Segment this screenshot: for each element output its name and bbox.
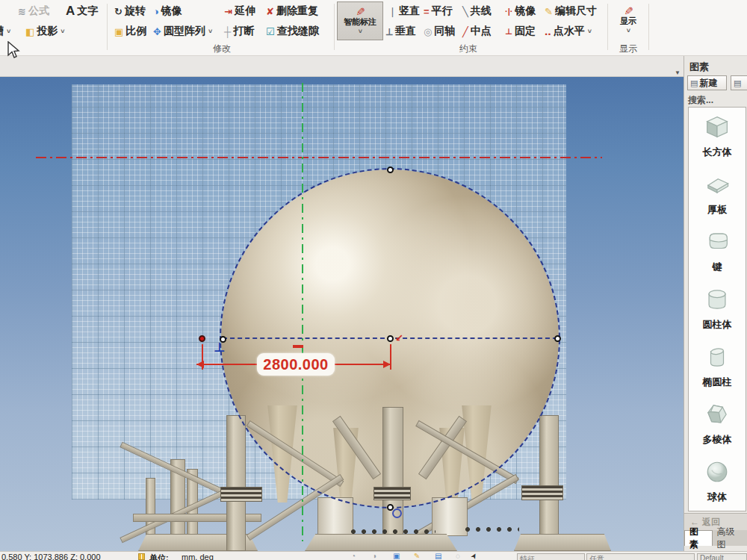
support-leg	[539, 415, 559, 551]
parallel-constraint-icon: =	[424, 7, 430, 16]
polyhedron-icon	[704, 402, 730, 430]
collinear-constraint-icon: ╲	[462, 7, 468, 16]
coaxial-constraint-button[interactable]: ◎ 同轴	[424, 23, 455, 40]
point-horizontal-button[interactable]: ‥ 点水平 ˅	[545, 23, 592, 40]
sidebar-item-cuboid[interactable]: 长方体	[689, 108, 746, 165]
mirror-modify-button[interactable]: ◑ 镜像	[153, 3, 182, 19]
slot-button[interactable]: 槽 ˅	[0, 23, 10, 40]
filter-icon[interactable]: ▤	[435, 552, 441, 560]
extend-button[interactable]: ⇥ 延伸	[224, 3, 255, 19]
cursor-coordinates: 0.580 Y: 1073.886 Z: 0.000	[1, 553, 101, 560]
find-gap-icon: ☑	[266, 27, 275, 37]
plate-icon	[704, 172, 730, 200]
constraint-glyph: ↙	[395, 332, 403, 343]
red-axis-line	[36, 157, 602, 158]
sidebar-item-plate[interactable]: 厚板	[689, 165, 746, 223]
chevron-down-icon: ˅	[627, 27, 630, 35]
filter-icon[interactable]: ◌	[456, 552, 460, 560]
mouse-cursor	[6, 41, 21, 59]
formula-button[interactable]: ≋ 公式	[18, 3, 49, 19]
text-icon: A	[66, 4, 75, 19]
units-value: mm, deg	[182, 553, 214, 560]
new-doc-icon: ▤	[690, 79, 698, 87]
tab-advanced[interactable]: 高级图	[713, 530, 747, 546]
display-button[interactable]: ✎ 显示 ˅	[611, 1, 645, 39]
sketch-point-circle-left[interactable]	[220, 336, 226, 343]
doc-icon: ▤	[734, 79, 741, 87]
base-skirt	[305, 534, 457, 551]
chevron-down-icon: ˅	[359, 28, 362, 36]
find-gap-button[interactable]: ☑ 查找缝隙	[266, 23, 319, 40]
point-horizontal-icon: ‥	[545, 27, 551, 37]
rotate-button[interactable]: ↻ 旋转	[114, 3, 146, 19]
pipe-flange	[521, 485, 563, 500]
primitive-list: 长方体 厚板 键 圆柱体 椭圆柱 多棱体 球体	[688, 107, 746, 511]
text-button[interactable]: A 文字	[66, 3, 98, 19]
scale-button[interactable]: ▣ 比例	[114, 23, 146, 40]
cylinder-icon	[704, 287, 730, 315]
rotate-icon: ↻	[114, 7, 123, 16]
ellipse-cylinder-icon	[704, 344, 730, 373]
filter-icon[interactable]: ◔	[351, 552, 356, 560]
collinear-constraint-button[interactable]: ╲ 共线	[462, 3, 492, 19]
ribbon-separator	[334, 4, 335, 50]
perpendicular-constraint-button[interactable]: ⟂ 垂直	[386, 23, 416, 40]
break-button[interactable]: ┼ 打断	[224, 23, 254, 40]
sketch-point-right[interactable]	[554, 335, 561, 342]
sketch-point-left-red[interactable]	[199, 335, 205, 342]
filter-icon[interactable]: ▣	[393, 552, 400, 560]
sidebar-item-label: 椭圆柱	[703, 376, 732, 389]
dimension-value-label[interactable]: 2800.000	[257, 353, 335, 376]
units-icon	[138, 553, 145, 560]
midpoint-constraint-button[interactable]: ╱ 中点	[462, 23, 492, 40]
sidebar-item-label: 键	[713, 261, 722, 274]
pipe-flange	[220, 487, 262, 502]
project-button[interactable]: ◧ 投影 ˅	[25, 23, 65, 40]
tab-primitives[interactable]: 图素	[684, 530, 713, 546]
sidebar-item-polyhedron[interactable]: 多棱体	[689, 395, 746, 452]
units-label: 单位:	[149, 553, 169, 560]
ribbon-collapse-icon[interactable]: ▼	[675, 69, 681, 76]
new-button[interactable]: ▤ 新建	[687, 75, 727, 90]
config-dropdown[interactable]: Default	[697, 553, 747, 560]
mirror-constraint-button[interactable]: ·|· 镜像	[505, 3, 536, 19]
formula-icon: ≋	[18, 7, 26, 16]
sidebar-item-sphere[interactable]: 球体	[689, 452, 746, 510]
pointer-icon[interactable]: ➤	[468, 551, 479, 560]
edit-dimension-button[interactable]: ✎ 编辑尺寸	[545, 3, 597, 19]
vertical-constraint-button[interactable]: ❘ 竖直	[388, 3, 420, 19]
dimension-arrow-left	[196, 361, 204, 368]
base-skirt	[514, 534, 611, 551]
circular-array-button[interactable]: ✥ 圆型阵列 ˅	[153, 23, 212, 40]
3d-viewport[interactable]: 2800.000 ⊥ ↙	[0, 77, 684, 551]
remove-duplicate-button[interactable]: ✘ 删除重复	[266, 3, 318, 19]
parallel-constraint-button[interactable]: = 平行	[424, 3, 453, 19]
mirror-icon: ◑	[153, 7, 159, 16]
secondary-doc-button[interactable]: ▤	[731, 75, 747, 90]
panel-title: 图素	[689, 60, 709, 74]
coaxial-constraint-icon: ◎	[424, 27, 432, 37]
vertical-constraint-icon: ❘	[388, 7, 397, 16]
filter-icon[interactable]: ◑	[372, 552, 376, 560]
remove-duplicate-icon: ✘	[266, 7, 274, 16]
sidebar-item-key[interactable]: 键	[689, 223, 746, 280]
scale-icon: ▣	[114, 27, 123, 37]
sidebar-item-label: 厚板	[707, 203, 727, 217]
type-filter-dropdown[interactable]: 任意	[586, 553, 695, 560]
selection-filter-dropdown[interactable]: 特征	[517, 553, 585, 560]
filter-icon[interactable]: ✎	[414, 552, 420, 560]
status-bar: 0.580 Y: 1073.886 Z: 0.000 单位: mm, deg ◔…	[0, 551, 747, 560]
bolt-row	[463, 525, 519, 534]
chevron-down-icon: ˅	[7, 28, 10, 35]
sidebar-item-label: 长方体	[703, 146, 732, 159]
sketch-point-top[interactable]	[387, 167, 394, 173]
sidebar-item-label: 球体	[707, 491, 727, 504]
smart-dimension-icon: ✎	[354, 7, 365, 16]
sidebar-item-ellipse-cylinder[interactable]: 椭圆柱	[689, 337, 746, 395]
sidebar-item-cylinder[interactable]: 圆柱体	[689, 280, 746, 337]
smart-dimension-button[interactable]: ✎ 智能标注 ˅	[337, 1, 383, 40]
ribbon-lower-strip	[0, 56, 684, 77]
sketch-point-center[interactable]	[387, 335, 394, 342]
dimension-arrow-right	[383, 361, 391, 368]
fixed-constraint-button[interactable]: ⊥ 固定	[505, 23, 536, 40]
